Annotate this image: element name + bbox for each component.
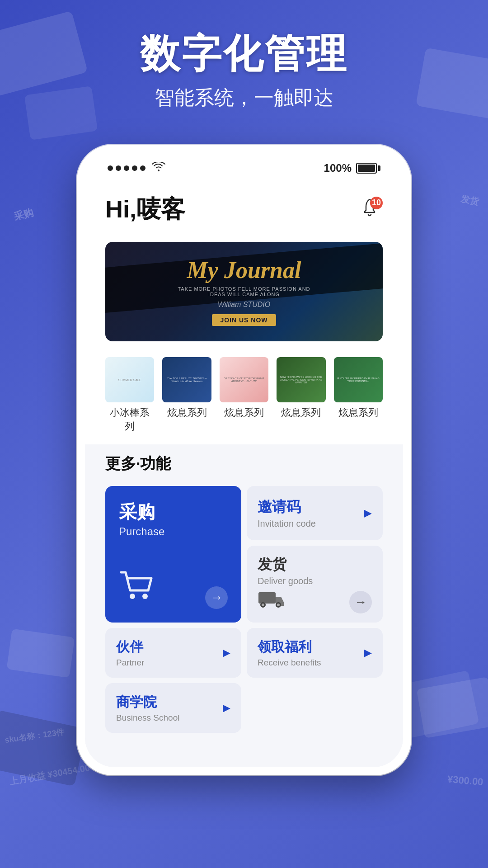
bottom-row: 伙伴 Partner ▶ 领取福利 Receive benefits ▶: [105, 628, 383, 678]
svg-point-0: [130, 594, 135, 599]
thumb-item-4[interactable]: NOW HIRING WE'RE LOOKING FOR A CREATIVE …: [277, 357, 325, 433]
purchase-bottom: →: [119, 570, 228, 609]
partner-zh: 伙伴: [116, 638, 144, 656]
deliver-arrow: →: [349, 591, 372, 613]
banner-title: My Journal: [176, 257, 312, 283]
dot-4: [132, 165, 137, 171]
banner-section: My Journal TAKE MORE PHOTOS FELL MORE PA…: [85, 235, 403, 348]
banner[interactable]: My Journal TAKE MORE PHOTOS FELL MORE PA…: [105, 242, 383, 341]
business-school-row: 商学院 Business School ▶: [105, 683, 383, 733]
receive-benefits-en: Receive benefits: [258, 658, 321, 668]
purchase-text: 采购 Purchase: [119, 500, 228, 538]
bg-card-6: [6, 629, 75, 678]
thumb-label-3: 炫息系列: [224, 406, 264, 420]
thumb-item-3[interactable]: "IF YOU CAN'T STOP THINKING ABOUT IT... …: [220, 357, 268, 433]
app-greeting: Hi,唛客: [105, 193, 185, 226]
thumb-item-5[interactable]: IF YOU'RE MY FRIEND I'M PUSHING YOUR POT…: [334, 357, 383, 433]
banner-content: My Journal TAKE MORE PHOTOS FELL MORE PA…: [176, 257, 312, 326]
thumb-item-2[interactable]: The TOP 9 BEAUTY TRENDS to Watch this Wi…: [162, 357, 211, 433]
thumbnails-section: Summer Sale 小冰棒系列 The TOP 9 BEAUTY TREND…: [85, 348, 403, 444]
invitation-code-en: Invitation code: [258, 519, 316, 529]
truck-icon: [258, 586, 285, 613]
dot-1: [108, 165, 113, 171]
battery-percent: 100%: [324, 162, 352, 175]
partner-arrow: ▶: [223, 647, 230, 659]
thumb-img-4: NOW HIRING WE'RE LOOKING FOR A CREATIVE …: [277, 357, 325, 402]
bg-text-deliver: 发货: [460, 193, 480, 208]
dot-3: [124, 165, 129, 171]
invitation-code-button[interactable]: 邀请码 Invitation code ▶: [247, 486, 383, 540]
partner-text: 伙伴 Partner: [116, 638, 144, 668]
banner-subtitle: TAKE MORE PHOTOS FELL MORE PASSION AND I…: [176, 286, 312, 297]
notification-badge: 10: [370, 197, 383, 209]
svg-point-5: [262, 604, 264, 606]
business-school-text: 商学院 Business School: [116, 693, 179, 723]
receive-benefits-text: 领取福利 Receive benefits: [258, 638, 321, 668]
purchase-arrow: →: [205, 586, 228, 609]
thumb-img-1: Summer Sale: [105, 357, 154, 402]
thumb-label-1: 小冰棒系列: [105, 406, 154, 433]
signal-dots: [108, 165, 145, 171]
status-right: 100%: [324, 162, 380, 175]
app-content: Hi,唛客 10: [85, 179, 403, 767]
wifi-icon: [152, 161, 165, 175]
bg-text-purchase: 采购: [12, 206, 35, 224]
partner-button[interactable]: 伙伴 Partner ▶: [105, 628, 241, 678]
notification-button[interactable]: 10: [357, 197, 383, 223]
business-school-en: Business School: [116, 713, 179, 723]
battery-icon: [356, 163, 380, 174]
phone-mockup: 100% Hi,唛客: [77, 145, 411, 775]
invitation-code-content: 邀请码 Invitation code ▶: [258, 497, 372, 529]
receive-benefits-zh: 领取福利: [258, 638, 321, 656]
receive-benefits-arrow: ▶: [364, 647, 372, 659]
banner-cta-button[interactable]: JOIN US NOW: [212, 314, 276, 326]
receive-benefits-button[interactable]: 领取福利 Receive benefits ▶: [247, 628, 383, 678]
bg-text-amount: ¥300.00: [447, 774, 483, 788]
header-title: 数字化管理: [0, 27, 488, 81]
functions-wrapper: 采购 Purchase: [85, 486, 403, 746]
header-subtitle: 智能系统，一触即达: [0, 85, 488, 111]
deliver-goods-en: Deliver goods: [258, 576, 372, 586]
business-school-arrow: ▶: [223, 702, 230, 714]
thumb-label-5: 炫息系列: [338, 406, 378, 420]
deliver-goods-button[interactable]: 发货 Deliver goods: [247, 546, 383, 623]
more-section-title: 更多·功能: [105, 453, 383, 474]
svg-point-6: [277, 604, 280, 606]
dot-2: [116, 165, 121, 171]
purchase-button[interactable]: 采购 Purchase: [105, 486, 241, 623]
thumb-img-2: The TOP 9 BEAUTY TRENDS to Watch this Wi…: [162, 357, 211, 402]
deliver-goods-zh: 发货: [258, 555, 372, 575]
thumb-item-1[interactable]: Summer Sale 小冰棒系列: [105, 357, 154, 433]
deliver-bottom: →: [258, 586, 372, 613]
app-header: Hi,唛客 10: [85, 179, 403, 235]
thumb-label-2: 炫息系列: [167, 406, 207, 420]
phone-inner: 100% Hi,唛客: [85, 153, 403, 767]
thumb-img-3: "IF YOU CAN'T STOP THINKING ABOUT IT... …: [220, 357, 268, 402]
phone-outer-frame: 100% Hi,唛客: [77, 145, 411, 775]
header-section: 数字化管理 智能系统，一触即达: [0, 27, 488, 111]
thumb-label-4: 炫息系列: [281, 406, 321, 420]
purchase-zh: 采购: [119, 500, 228, 524]
business-school-button[interactable]: 商学院 Business School ▶: [105, 683, 241, 733]
banner-studio: William STUDIO: [176, 301, 312, 309]
partner-en: Partner: [116, 658, 144, 668]
thumb-img-5: IF YOU'RE MY FRIEND I'M PUSHING YOUR POT…: [334, 357, 383, 402]
svg-point-1: [142, 594, 148, 599]
more-section: 更多·功能: [85, 444, 403, 486]
purchase-en: Purchase: [119, 525, 228, 538]
status-bar: 100%: [85, 153, 403, 179]
cart-icon: [119, 570, 155, 609]
main-grid: 采购 Purchase: [105, 486, 383, 623]
dot-5: [140, 165, 145, 171]
invitation-code-zh: 邀请码: [258, 497, 316, 517]
business-school-zh: 商学院: [116, 693, 179, 712]
invitation-code-arrow: ▶: [364, 507, 372, 519]
svg-rect-2: [258, 592, 276, 604]
